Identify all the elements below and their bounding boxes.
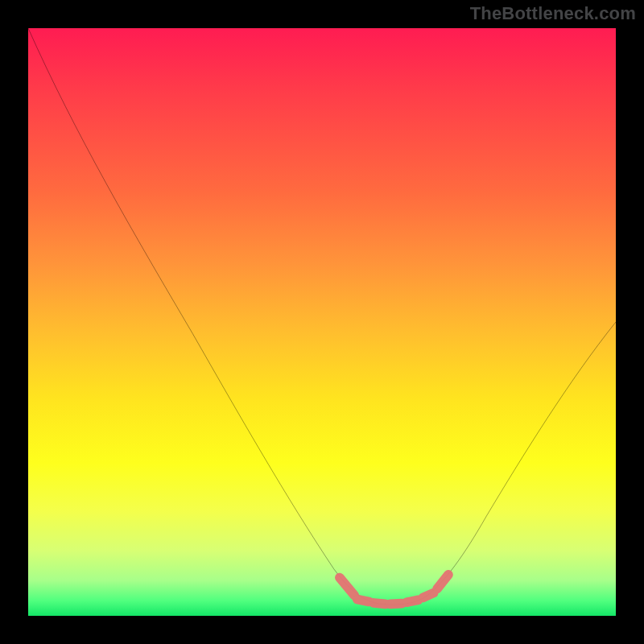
plot-area — [28, 28, 616, 616]
flat-bottom-band — [340, 575, 448, 605]
bottleneck-curve-svg — [28, 28, 616, 616]
watermark-text: TheBottleneck.com — [470, 3, 636, 24]
chart-frame: TheBottleneck.com — [0, 0, 644, 644]
bottleneck-curve — [28, 28, 616, 605]
